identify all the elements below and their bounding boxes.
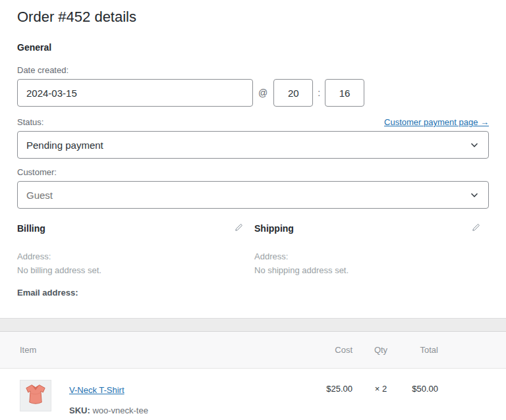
column-header-qty: Qty <box>360 345 402 355</box>
column-header-total: Total <box>402 345 438 355</box>
order-items-header: Item Cost Qty Total <box>0 332 506 369</box>
edit-shipping-button[interactable] <box>472 223 480 234</box>
sku-value: woo-vneck-tee <box>92 406 148 415</box>
customer-select-value: Guest <box>26 190 53 201</box>
customer-select[interactable]: Guest <box>17 181 489 209</box>
billing-column: Billing Address: No billing address set.… <box>17 223 243 298</box>
date-created-label: Date created: <box>17 65 489 75</box>
edit-billing-button[interactable] <box>235 223 243 234</box>
shipping-column: Shipping Address: No shipping address se… <box>254 223 480 298</box>
date-created-row: @ : <box>17 79 489 107</box>
general-heading: General <box>17 42 489 53</box>
tshirt-image <box>22 381 49 410</box>
column-header-item: Item <box>20 345 314 355</box>
item-qty: × 2 <box>360 380 402 394</box>
order-item-row: V-Neck T-Shirt SKU: woo-vneck-tee $25.00… <box>0 369 506 415</box>
page-title: Order #452 details <box>17 0 489 26</box>
pencil-icon <box>472 223 480 234</box>
billing-address-label: Address: <box>17 249 243 263</box>
product-thumbnail[interactable] <box>20 380 51 411</box>
item-total: $50.00 <box>402 380 438 394</box>
time-colon-separator: : <box>318 88 320 98</box>
billing-email-label: Email address: <box>17 288 243 298</box>
shipping-address-empty: No shipping address set. <box>254 263 480 277</box>
minute-input[interactable] <box>325 79 364 107</box>
order-details-panel: Order #452 details General Date created:… <box>0 0 506 318</box>
column-header-cost: Cost <box>314 345 360 355</box>
product-name-link[interactable]: V-Neck T-Shirt <box>69 385 125 395</box>
shipping-heading: Shipping <box>254 223 294 234</box>
customer-label: Customer: <box>17 167 489 177</box>
billing-address-empty: No billing address set. <box>17 263 243 277</box>
status-select[interactable]: Pending payment <box>17 131 489 159</box>
product-sku: SKU: woo-vneck-tee <box>69 406 314 415</box>
item-cost: $25.00 <box>314 380 360 394</box>
customer-payment-page-link[interactable]: Customer payment page → <box>384 117 489 127</box>
panel-divider <box>0 318 506 332</box>
status-label: Status: <box>17 117 43 127</box>
hour-input[interactable] <box>273 79 313 107</box>
chevron-down-icon <box>469 190 480 200</box>
at-separator: @ <box>258 88 267 98</box>
sku-label: SKU: <box>69 406 90 415</box>
status-select-value: Pending payment <box>26 140 103 151</box>
pencil-icon <box>235 223 243 234</box>
shipping-address-label: Address: <box>254 249 480 263</box>
billing-heading: Billing <box>17 223 45 234</box>
chevron-down-icon <box>469 140 480 150</box>
date-input[interactable] <box>17 79 253 107</box>
